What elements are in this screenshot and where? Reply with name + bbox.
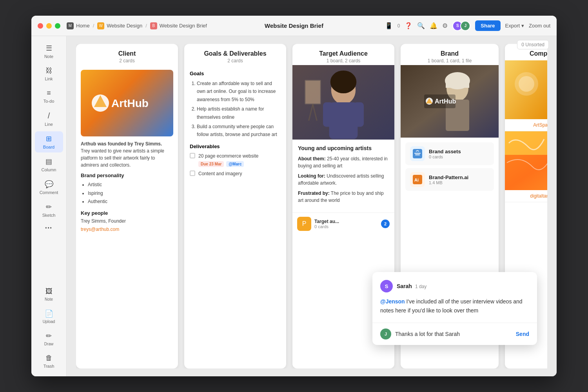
brand-column-title: Brand: [405, 50, 494, 57]
brand-assets-icon: [410, 146, 425, 161]
breadcrumb-brief[interactable]: B Website Design Brief: [150, 22, 207, 29]
sidebar-item-todo[interactable]: ≡ To-do: [35, 86, 63, 107]
goals-column-subtitle: 2 cards: [189, 58, 281, 64]
sidebar-item-link[interactable]: ⛓ Link: [35, 64, 63, 84]
brand-assets-item[interactable]: Brand assets 0 cards: [405, 142, 494, 165]
client-column: Client 2 cards ArtHub: [76, 44, 178, 368]
svg-rect-6: [329, 102, 358, 139]
breadcrumb-website-design-label[interactable]: Website Design: [107, 23, 142, 29]
deliverable-1-checkbox[interactable]: [190, 153, 195, 158]
sidebar-item-sketch[interactable]: ✏ Sketch: [35, 200, 63, 221]
breadcrumb: M Home / W Website Design / B Website De…: [67, 22, 207, 29]
target-audience-image: [292, 65, 394, 140]
main-area: ☰ Note ⛓ Link ≡ To-do / Line ⊞ Board ▤ C…: [31, 36, 557, 376]
brand-pattern-item[interactable]: Ai Brand-Pattern.ai 1.4 MB: [405, 168, 494, 191]
deliverable-2-checkbox[interactable]: [190, 171, 195, 176]
breadcrumb-website-design[interactable]: W Website Design: [97, 22, 142, 29]
sidebar-item-more[interactable]: •••: [35, 222, 63, 234]
brief-icon: B: [150, 22, 157, 29]
sidebar-item-note[interactable]: ☰ Note: [35, 41, 63, 62]
sidebar-item-column[interactable]: ▤ Column: [35, 154, 63, 175]
goals-column-header: Goals & Deliverables 2 cards: [184, 44, 286, 65]
canvas: 0 Unsorted Client 2 cards: [67, 36, 557, 376]
svg-text:ArtHub: ArtHub: [111, 97, 149, 109]
arthub-logo-svg: ArtHub: [92, 91, 162, 115]
competitors-title: Competitors: [510, 50, 547, 57]
avatar-2: J: [460, 21, 470, 31]
due-date-tag: Due 23 Mar: [198, 161, 224, 167]
breadcrumb-sep-2: /: [145, 23, 147, 29]
device-icon[interactable]: 📱: [385, 22, 393, 29]
competitor-1-link[interactable]: ArtSpace.com: [505, 119, 547, 131]
brand-trait-inspiring: Ispiring: [88, 189, 173, 198]
search-icon[interactable]: 🔍: [417, 22, 425, 29]
goals-section: Goals Create an affordable way to sell a…: [190, 71, 281, 139]
sidebar: ☰ Note ⛓ Link ≡ To-do / Line ⊞ Board ▤ C…: [31, 36, 67, 376]
breadcrumb-brief-label[interactable]: Website Design Brief: [160, 23, 207, 29]
more-icon: •••: [45, 225, 53, 231]
sidebar-item-trash[interactable]: 🗑 Trash: [35, 351, 63, 372]
titlebar: M Home / W Website Design / B Website De…: [31, 16, 557, 36]
zoom-button[interactable]: Zoom out: [529, 23, 550, 29]
page-title: Website Design Brief: [265, 22, 323, 29]
commenter-avatar: S: [380, 280, 393, 292]
help-icon[interactable]: ❓: [405, 22, 412, 29]
breadcrumb-home[interactable]: M Home: [67, 22, 90, 29]
column-icon: ▤: [45, 157, 52, 166]
todo-icon: ≡: [47, 89, 51, 97]
sketch-icon: ✏: [46, 203, 52, 211]
competitor-1-image: [505, 60, 547, 119]
comment-popup: S Sarah 1 day @Jenson I've included all …: [372, 272, 537, 345]
brand-column-subtitle: 1 board, 1 card, 1 file: [405, 58, 494, 64]
key-people-title: Key people: [81, 210, 173, 216]
export-button[interactable]: Export ▾: [505, 23, 524, 29]
target-audience-body: Young and upcoming artists About them: 2…: [292, 140, 394, 212]
upload-icon: 📄: [45, 309, 53, 318]
maximize-button[interactable]: [55, 23, 60, 29]
sidebar-item-upload[interactable]: 📄 Upload: [35, 306, 63, 327]
comment-meta: Sarah 1 day: [397, 283, 426, 289]
deliverables-title: Deliverables: [190, 143, 281, 149]
client-column-title: Client: [81, 50, 173, 57]
target-audience-footer: P Target au... 0 cards 2: [292, 212, 394, 235]
minimize-button[interactable]: [46, 23, 52, 29]
svg-text:Ai: Ai: [414, 178, 419, 182]
competitor-2-link[interactable]: digitaltart.com.au: [505, 190, 547, 202]
add-image-icon: 🖼: [45, 287, 53, 296]
reply-input[interactable]: [395, 331, 512, 337]
sidebar-item-board[interactable]: ⊞ Board: [35, 131, 63, 152]
brand-artwork-svg: ArtHub: [401, 65, 499, 138]
target-audience-looking: Looking for: Undiscovered artists sellin…: [298, 172, 389, 187]
client-column-subtitle: 2 cards: [81, 58, 173, 64]
comment-header: S Sarah 1 day: [380, 280, 529, 292]
svg-rect-7: [323, 102, 333, 127]
notification-icon[interactable]: 🔔: [430, 22, 437, 29]
comment-mention[interactable]: @Jenson: [380, 298, 405, 305]
settings-icon[interactable]: ⚙: [442, 22, 448, 29]
target-audience-title: Target Audience: [297, 50, 390, 57]
breadcrumb-home-label[interactable]: Home: [76, 23, 90, 29]
sidebar-item-comment[interactable]: 💬 Comment: [35, 177, 63, 198]
trash-icon: 🗑: [45, 354, 53, 362]
titlebar-right: 📱 0 ❓ 🔍 🔔 ⚙ S J Share Export ▾ Zoom out: [385, 20, 550, 31]
brand-trait-authentic: Authentic: [88, 198, 173, 206]
send-button[interactable]: Send: [516, 331, 529, 337]
svg-point-9: [330, 71, 357, 93]
share-button[interactable]: Share: [475, 20, 500, 31]
sidebar-item-line[interactable]: / Line: [35, 108, 63, 130]
svg-rect-25: [414, 153, 421, 154]
client-column-body: ArtHub Arthub was founded by Trey Simms.…: [76, 65, 178, 368]
unsorted-badge: 0 Unsorted: [517, 40, 549, 49]
brand-pattern-size: 1.4 MB: [429, 180, 468, 185]
note-icon: ☰: [46, 44, 52, 53]
goal-3: Build a community where people can follo…: [197, 123, 281, 139]
sidebar-item-draw[interactable]: ✏ Draw: [35, 328, 63, 349]
brand-personality-title: Brand personality: [81, 172, 173, 178]
brand-assets-name: Brand assets: [429, 149, 461, 154]
close-button[interactable]: [38, 23, 43, 29]
goals-column: Goals & Deliverables 2 cards Goals Creat…: [184, 44, 286, 368]
svg-rect-42: [505, 155, 547, 190]
client-email-link[interactable]: treys@arthub.com: [81, 227, 119, 232]
goals-column-title: Goals & Deliverables: [189, 50, 281, 57]
sidebar-item-add-image[interactable]: 🖼 Note: [35, 284, 63, 305]
